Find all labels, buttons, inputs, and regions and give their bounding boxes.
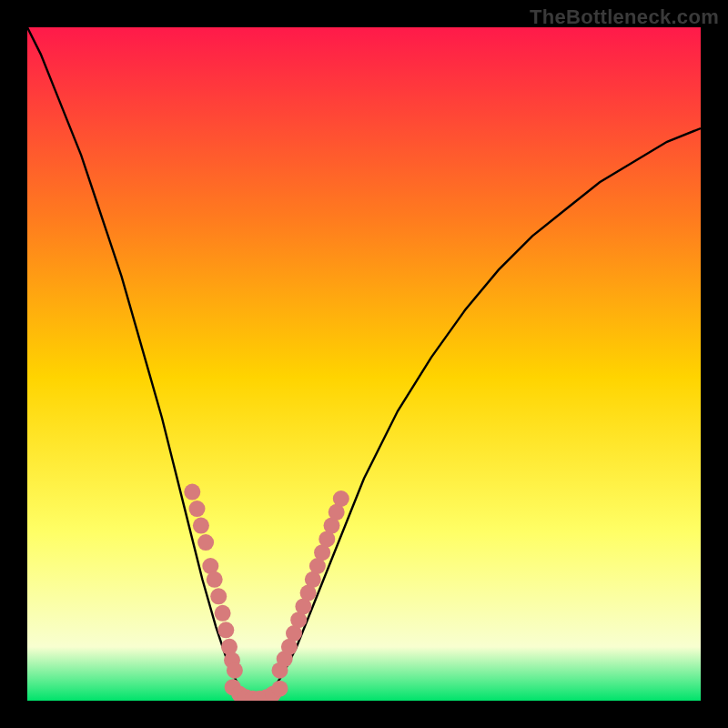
data-dot bbox=[184, 484, 200, 500]
data-dot bbox=[197, 534, 214, 551]
data-dot bbox=[217, 622, 234, 638]
chart-svg bbox=[27, 27, 701, 701]
data-dot bbox=[189, 500, 206, 517]
data-dot bbox=[227, 662, 243, 679]
data-dot bbox=[221, 639, 238, 655]
data-dot bbox=[272, 681, 288, 697]
data-dot bbox=[193, 518, 209, 534]
watermark-text: TheBottleneck.com bbox=[530, 5, 719, 29]
plot-area bbox=[27, 27, 701, 701]
chart-frame: TheBottleneck.com bbox=[0, 0, 728, 728]
data-dot bbox=[210, 588, 227, 604]
data-dot bbox=[333, 490, 349, 507]
data-dot bbox=[207, 571, 223, 588]
data-dot bbox=[215, 605, 231, 622]
gradient-background bbox=[27, 27, 701, 701]
